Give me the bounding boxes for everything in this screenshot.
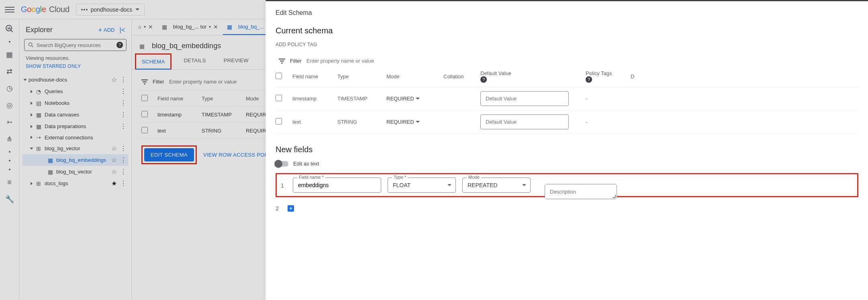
subtab-details[interactable]: DETAILS xyxy=(178,53,211,69)
chevron-down-icon xyxy=(135,8,139,10)
new-fields-heading: New fields xyxy=(276,145,858,154)
svg-rect-12 xyxy=(279,59,285,59)
rail-wrench-icon[interactable]: 🔧 xyxy=(5,194,14,204)
resize-handle-icon[interactable] xyxy=(613,195,616,198)
chevron-down-icon xyxy=(416,121,420,123)
tree-canvases[interactable]: ▦Data canvases⋮ xyxy=(22,109,128,120)
tab-blog-bg-tor[interactable]: ▦blog_bg_... tor▾✕ xyxy=(158,19,221,35)
mode-select[interactable]: REQUIRED xyxy=(386,96,439,102)
collapse-icon[interactable]: |< xyxy=(120,27,125,34)
rail-target-icon[interactable]: ◎ xyxy=(5,100,14,110)
tree-notebooks[interactable]: ▤Notebooks⋮ xyxy=(22,97,128,109)
edit-schema-highlight: EDIT SCHEMA xyxy=(141,145,197,164)
row-checkbox[interactable] xyxy=(141,127,148,133)
field-mode-select[interactable]: REPEATED xyxy=(463,178,530,192)
row-checkbox[interactable] xyxy=(276,95,282,101)
edit-schema-panel: Edit Schema Current schema ADD POLICY TA… xyxy=(266,0,868,300)
description-input[interactable] xyxy=(545,184,617,199)
default-value-input[interactable] xyxy=(480,91,569,106)
help-icon[interactable]: ? xyxy=(116,42,123,48)
subtab-preview[interactable]: PREVIEW xyxy=(218,53,254,69)
left-rail: ▦ ⇄ ◷ ◎ ➳ ⋔ ≡ 🔧 xyxy=(0,19,19,300)
tree-docs-logs[interactable]: ⊞docs_logs★⋮ xyxy=(22,178,128,189)
row-checkbox[interactable] xyxy=(141,111,148,117)
search-input[interactable] xyxy=(37,42,114,48)
row-checkbox[interactable] xyxy=(276,118,282,124)
explorer-title: Explorer xyxy=(26,26,53,34)
svg-line-6 xyxy=(32,46,33,47)
svg-point-5 xyxy=(29,43,32,46)
home-tab[interactable]: ⌂ ▾ ✕ xyxy=(135,19,156,35)
add-button[interactable]: +ADD xyxy=(98,27,115,34)
tree-project[interactable]: pondhouse-docs ☆⋮ xyxy=(22,74,128,86)
field-type-wrap: Type * FLOAT xyxy=(388,178,456,193)
field-mode-wrap: Mode REPEATED xyxy=(462,178,531,193)
gcp-logo[interactable]: Google Cloud xyxy=(21,5,69,14)
field-name-input[interactable] xyxy=(293,178,381,192)
filter-icon xyxy=(279,59,285,63)
svg-rect-10 xyxy=(143,82,147,82)
rail-dot4 xyxy=(9,169,10,170)
bigquery-icon[interactable] xyxy=(5,24,14,34)
panel-schema-row: timestamp TIMESTAMP REQUIRED - xyxy=(276,87,858,110)
viewing-text: Viewing resources. xyxy=(22,54,128,62)
svg-rect-13 xyxy=(280,61,284,61)
panel-select-all[interactable] xyxy=(276,73,282,79)
table-title: blog_bq_embeddings xyxy=(152,42,221,50)
description-wrap xyxy=(545,184,617,199)
rail-list-icon[interactable]: ≡ xyxy=(5,178,14,187)
svg-rect-11 xyxy=(144,84,145,84)
svg-rect-14 xyxy=(281,63,283,63)
tree-external[interactable]: ⇢External connections xyxy=(22,132,128,143)
table-icon: ▦ xyxy=(138,43,145,49)
search-box[interactable]: ? xyxy=(24,39,127,51)
edit-as-text-toggle[interactable] xyxy=(276,161,288,167)
kebab-icon[interactable]: ⋮ xyxy=(120,76,127,84)
tree-preparations[interactable]: ▦Data preparations⋮ xyxy=(22,120,128,132)
project-name: pondhouse-docs xyxy=(91,6,133,13)
svg-rect-4 xyxy=(10,28,11,29)
add-field-button[interactable]: + xyxy=(288,205,294,212)
filter-label: Filter xyxy=(153,79,164,85)
show-starred-link[interactable]: SHOW STARRED ONLY xyxy=(22,62,128,71)
filter-icon xyxy=(141,80,148,84)
panel-schema-row: text STRING REQUIRED - xyxy=(276,110,858,134)
svg-rect-9 xyxy=(141,80,148,80)
panel-filter-input[interactable] xyxy=(306,58,855,64)
svg-rect-3 xyxy=(9,27,10,29)
subtab-schema[interactable]: SCHEMA xyxy=(135,53,172,69)
star-icon[interactable]: ☆ xyxy=(111,76,117,84)
mode-select[interactable]: REQUIRED xyxy=(386,119,439,125)
tree-blog-bq-embeddings[interactable]: ▦blog_bq_embeddings☆⋮ xyxy=(22,154,128,166)
menu-icon[interactable] xyxy=(5,5,14,14)
rail-arrow-icon[interactable]: ➳ xyxy=(5,117,14,127)
close-icon[interactable]: ✕ xyxy=(213,24,218,30)
tree-blog-bg-vector[interactable]: ⊞blog_bg_vector☆⋮ xyxy=(22,143,128,154)
tree-blog-bq-vector[interactable]: ▦blog_bq_vector☆⋮ xyxy=(22,166,128,178)
current-schema-heading: Current schema xyxy=(276,26,858,35)
rail-clock-icon[interactable]: ◷ xyxy=(5,84,14,93)
panel-title: Edit Schema xyxy=(276,9,858,16)
panel-table-header: Field name Type Mode Collation Default V… xyxy=(276,66,858,87)
tree-queries[interactable]: ◔Queries⋮ xyxy=(22,86,128,97)
close-icon[interactable]: ✕ xyxy=(148,24,153,30)
default-value-input[interactable] xyxy=(480,114,569,129)
rail-grid-icon[interactable]: ▦ xyxy=(5,50,14,59)
chevron-down-icon xyxy=(416,98,420,100)
field-type-select[interactable]: FLOAT xyxy=(388,178,455,192)
rail-branch-icon[interactable]: ⋔ xyxy=(5,134,14,144)
resource-tree: pondhouse-docs ☆⋮ ◔Queries⋮ ▤Notebooks⋮ … xyxy=(22,74,128,189)
rail-sliders-icon[interactable]: ⇄ xyxy=(5,67,14,76)
rail-dot xyxy=(9,41,10,43)
edit-as-text-label: Edit as text xyxy=(293,161,319,167)
add-policy-tag-button[interactable]: ADD POLICY TAG xyxy=(276,42,858,47)
rail-dot3 xyxy=(9,160,10,161)
rail-dot2 xyxy=(9,151,10,153)
field-name-wrap: Field name * xyxy=(293,178,381,193)
select-all-checkbox[interactable] xyxy=(141,95,148,101)
project-picker[interactable]: pondhouse-docs xyxy=(76,4,145,16)
expand-icon[interactable] xyxy=(24,79,27,81)
help-icon[interactable]: ? xyxy=(480,76,487,83)
help-icon[interactable]: ? xyxy=(586,76,592,83)
edit-schema-button[interactable]: EDIT SCHEMA xyxy=(144,148,194,161)
